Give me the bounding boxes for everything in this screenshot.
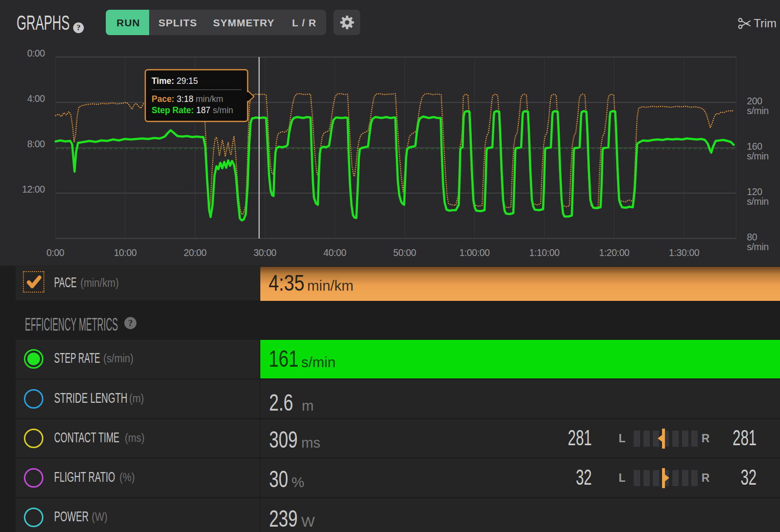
svg-text:10:00: 10:00 bbox=[114, 247, 136, 258]
svg-text:120: 120 bbox=[747, 186, 762, 197]
svg-text:1:20:00: 1:20:00 bbox=[599, 247, 630, 258]
svg-text:Pace: 3:18 min/km: Pace: 3:18 min/km bbox=[152, 94, 223, 104]
svg-text:50:00: 50:00 bbox=[393, 247, 416, 258]
svg-text:200: 200 bbox=[747, 96, 762, 106]
svg-text:s/min: s/min bbox=[747, 105, 769, 116]
svg-text:80: 80 bbox=[747, 232, 757, 242]
svg-text:12:00: 12:00 bbox=[22, 184, 45, 195]
svg-text:30:00: 30:00 bbox=[254, 247, 276, 258]
svg-text:20:00: 20:00 bbox=[184, 247, 207, 258]
svg-text:0:00: 0:00 bbox=[27, 48, 45, 59]
svg-text:1:00:00: 1:00:00 bbox=[459, 247, 490, 258]
svg-text:s/min: s/min bbox=[747, 196, 769, 207]
svg-text:0:00: 0:00 bbox=[46, 247, 64, 258]
svg-text:160: 160 bbox=[747, 141, 762, 152]
svg-text:1:10:00: 1:10:00 bbox=[529, 247, 560, 258]
svg-text:4:00: 4:00 bbox=[27, 93, 45, 104]
svg-text:s/min: s/min bbox=[747, 151, 769, 161]
svg-text:40:00: 40:00 bbox=[323, 247, 346, 258]
svg-text:s/min: s/min bbox=[747, 241, 769, 252]
svg-text:1:30:00: 1:30:00 bbox=[669, 247, 700, 258]
svg-text:Step Rate: 187 s/min: Step Rate: 187 s/min bbox=[152, 105, 233, 115]
svg-text:8:00: 8:00 bbox=[27, 138, 45, 149]
svg-text:Time: 29:15: Time: 29:15 bbox=[152, 76, 198, 86]
